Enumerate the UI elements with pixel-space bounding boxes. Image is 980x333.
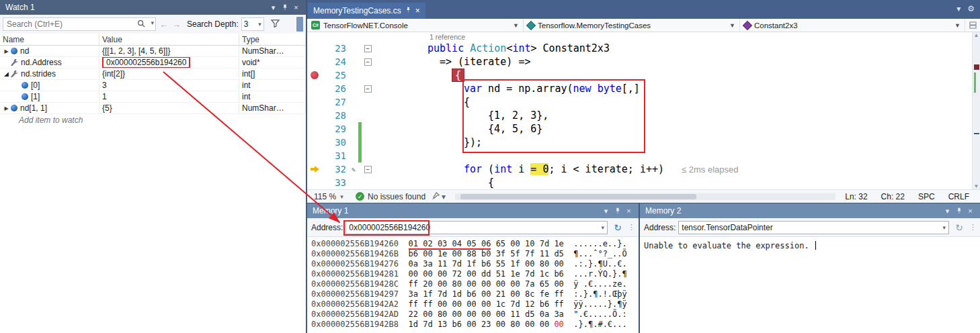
memory-bytes[interactable]: 00 00 00 72 00 dd 51 1e 7d 1c b6 [399,269,564,279]
watch-value[interactable]: 1 [99,91,239,102]
expander-icon[interactable]: ▶ [3,105,10,111]
breakpoint-gutter[interactable] [307,82,322,95]
filter-icon[interactable] [271,19,280,30]
member-dropdown[interactable]: Constant2x3 ▼ [740,19,965,32]
status-eol[interactable]: CRLF [948,192,969,201]
watch-row[interactable]: ▶nd{[[1, 2, 3], [4, 5, 6]]}NumShar… [0,46,306,57]
memory-row[interactable]: 0x000002556B194281 00 00 00 72 00 dd 51 … [311,269,639,279]
scrollbar-thumb[interactable] [460,194,696,199]
toolbar-overflow-grip[interactable] [296,17,303,32]
search-icon[interactable] [137,19,145,30]
watch-row[interactable]: ◢nd.strides{int[2]}int[] [0,68,306,80]
gear-icon[interactable]: ⚙ [967,4,975,13]
code-line[interactable]: 31 [307,149,980,162]
memory-bytes[interactable]: 1d 7d 13 b6 00 23 00 80 00 00 00 [399,320,564,329]
watch-row[interactable]: nd.Address0x000002556b194260void* [0,57,306,68]
memory-row[interactable]: 0x000002556B19426B b6 00 1e 00 88 b0 3f … [311,249,639,259]
memory-bytes[interactable]: 0a 3a 11 7d 1f b6 55 1f 00 80 00 [399,259,564,269]
memory-row[interactable]: 0x000002556B1942AD 22 00 80 00 00 00 00 … [311,310,639,320]
memory-row[interactable]: 0x000002556B194260 01 02 03 04 05 06 65 … [311,239,639,249]
document-tab[interactable]: MemoryTestingCases.cs × [308,3,425,19]
search-prev-icon[interactable]: ← [159,19,169,30]
close-icon[interactable]: × [623,205,635,216]
search-input[interactable] [3,17,156,31]
fold-marker-icon[interactable]: − [364,58,372,66]
fold-margin[interactable]: − [362,45,374,52]
zoom-select[interactable]: 115 % ▾ [311,192,350,201]
breakpoint-gutter[interactable] [307,55,322,68]
code-line[interactable]: 26−var nd = np.array(new byte[,] [307,82,980,95]
watch-row[interactable]: ▶nd[1, 1]{5}NumShar… [0,103,306,114]
pin-icon[interactable] [279,2,290,13]
type-dropdown[interactable]: Tensorflow.MemoryTestingCases ▼ [524,19,740,32]
code-cleanup-button[interactable]: ▾ [431,192,446,201]
code-line[interactable]: 27{ [307,95,980,109]
breakpoint-gutter[interactable] [307,149,322,162]
breakpoint-gutter[interactable] [307,68,322,82]
breakpoint-gutter[interactable] [307,95,322,109]
fold-marker-icon[interactable]: − [364,45,372,52]
breakpoint-gutter[interactable] [307,109,322,122]
breakpoint-icon[interactable] [311,71,319,79]
memory-row[interactable]: 0x000002556B1942B8 1d 7d 13 b6 00 23 00 … [311,320,639,330]
scroll-up-arrow-icon[interactable]: ▲ [973,32,980,38]
window-position-icon[interactable]: ▾ [268,2,279,13]
memory1-hex-view[interactable]: 0x000002556B194260 01 02 03 04 05 06 65 … [307,237,639,330]
add-watch-item[interactable]: Add item to watch [0,114,306,126]
watch-value[interactable]: 0x000002556b194260 [99,57,239,68]
watch-value[interactable]: {[[1, 2, 3], [4, 5, 6]]} [99,46,239,56]
project-dropdown[interactable]: C# TensorFlowNET.Console ▼ [307,19,524,32]
toolbar-overflow-grip[interactable]: ⋮ [628,223,635,232]
document-health-indicator[interactable]: ✓ No issues found [356,192,425,201]
memory2-message-area[interactable]: Unable to evaluate the expression. [640,237,980,254]
fold-marker-icon[interactable]: − [364,166,372,173]
column-header-type[interactable]: Type [239,34,306,45]
tab-close-icon[interactable]: × [415,6,420,15]
search-next-icon[interactable]: → [171,19,181,30]
search-depth-select[interactable]: 3 ▾ [241,17,264,31]
code-line[interactable]: 32✎−for (int i = 0; i < iterate; i++)≤ 2… [307,162,980,176]
memory-bytes[interactable]: 3a 1f 7d 1d b6 00 21 00 8c fe ff [399,289,564,299]
code-line[interactable]: 25{ [307,68,980,82]
breakpoint-gutter[interactable] [307,136,322,149]
fold-margin[interactable]: − [362,85,374,93]
code-line[interactable]: 28{1, 2, 3}, [307,109,980,122]
expander-icon[interactable]: ◢ [3,70,10,77]
tab-pin-icon[interactable] [405,6,411,15]
breakpoint-gutter[interactable] [307,122,322,136]
watch-row[interactable]: [0]3int [0,80,306,91]
watch-value[interactable]: {5} [99,103,239,113]
fold-margin[interactable]: − [362,166,374,173]
toolbar-overflow-grip[interactable]: ⋮ [969,223,976,232]
column-header-value[interactable]: Value [99,34,239,45]
code-editor[interactable]: 1 reference23−public Action<int> Constan… [307,32,980,189]
pin-icon[interactable] [953,205,965,216]
watch-row[interactable]: [1]1int [0,91,306,103]
watch-value[interactable]: {int[2]} [99,68,239,79]
memory-bytes[interactable]: 01 02 03 04 05 06 65 00 10 7d 1e [399,239,564,250]
close-icon[interactable]: × [290,2,302,13]
breakpoint-gutter[interactable] [307,42,322,55]
tab-list-chevron-icon[interactable]: ▾ [956,4,961,13]
search-options-chevron-icon[interactable]: ▾ [151,19,154,26]
pin-icon[interactable] [612,205,623,216]
refresh-icon[interactable]: ↻ [610,221,625,234]
code-line[interactable]: 29{4, 5, 6} [307,122,980,136]
memory-bytes[interactable]: b6 00 1e 00 88 b0 3f 5f 7f 11 d5 [399,249,564,258]
refresh-icon[interactable]: ↻ [952,221,967,234]
memory-bytes[interactable]: ff 20 00 80 00 00 00 00 7a 65 00 [399,279,564,289]
window-split-icon[interactable] [965,19,980,32]
memory1-address-input[interactable]: 0x000002556B194260 ▾ [345,221,608,234]
fold-marker-icon[interactable]: − [364,85,372,93]
breakpoint-gutter[interactable] [307,162,322,176]
editor-horizontal-scrollbar[interactable] [455,193,835,200]
memory2-address-input[interactable]: tensor.TensorDataPointer ▾ [678,221,949,234]
memory-row[interactable]: 0x000002556B194297 3a 1f 7d 1d b6 00 21 … [311,289,639,299]
code-line[interactable]: 23−public Action<int> Constant2x3 [307,42,980,55]
column-header-name[interactable]: Name [0,34,99,45]
memory1-titlebar[interactable]: Memory 1 ▾ × [307,203,639,218]
code-line[interactable]: 30}); [307,136,980,149]
code-line[interactable]: 24−=> (iterate) => [307,55,980,68]
window-position-icon[interactable]: ▾ [600,205,612,216]
codelens-references[interactable]: 1 reference [376,33,465,41]
